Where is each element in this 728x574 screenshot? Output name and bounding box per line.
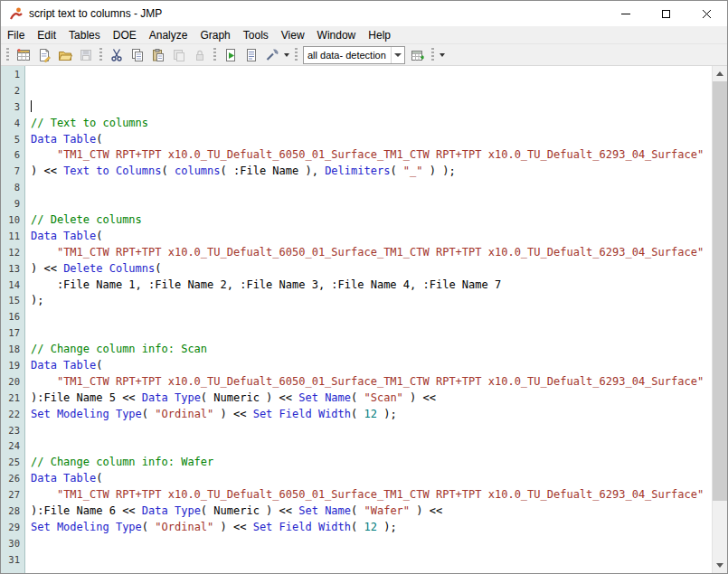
minimize-button[interactable] xyxy=(605,1,646,26)
code-line[interactable] xyxy=(31,180,712,196)
code-token: Data Table xyxy=(31,230,96,242)
code-token: Data Type xyxy=(142,391,201,404)
code-line[interactable] xyxy=(31,438,712,455)
code-token: Data Table xyxy=(31,472,96,485)
line-number: 2 xyxy=(1,83,24,99)
menu-edit[interactable]: Edit xyxy=(31,26,62,43)
code-token: "_" xyxy=(403,165,423,177)
menu-window[interactable]: Window xyxy=(311,26,363,43)
data-table-button[interactable] xyxy=(408,45,427,64)
vertical-scrollbar[interactable] xyxy=(712,66,727,573)
customize-tools-button[interactable] xyxy=(262,45,281,64)
code-line[interactable] xyxy=(31,83,712,99)
code-line[interactable]: "TM1_CTW RPT+TPT x10.0_TU_Defualt_6050_0… xyxy=(31,374,712,391)
code-line[interactable]: Data Table( xyxy=(31,471,712,487)
paste-special-button[interactable] xyxy=(169,45,188,64)
code-token: "TM1_CTW RPT+TPT x10.0_TU_Defualt_6050_0… xyxy=(57,488,704,501)
run-script-button[interactable] xyxy=(221,45,240,64)
code-line[interactable]: Data Table( xyxy=(31,132,712,148)
code-line[interactable]: ) << Text to Columns( columns( :File Nam… xyxy=(31,164,712,180)
code-line[interactable]: ); xyxy=(31,293,712,309)
line-number: 30 xyxy=(1,536,24,552)
toolbar-overflow-chevron-icon[interactable] xyxy=(440,53,445,57)
code-line[interactable]: // Change column info: Wafer xyxy=(31,455,712,471)
copy-button[interactable] xyxy=(128,45,147,64)
code-token: 12 xyxy=(364,408,377,420)
menu-view[interactable]: View xyxy=(275,26,311,43)
scroll-down-button[interactable] xyxy=(713,558,727,573)
code-line[interactable] xyxy=(31,196,712,212)
scrollbar-thumb[interactable] xyxy=(713,81,727,501)
line-number: 4 xyxy=(1,116,24,132)
code-line[interactable] xyxy=(31,325,712,342)
data-filter-dropdown[interactable]: all data- detection xyxy=(303,46,405,64)
chevron-down-icon[interactable] xyxy=(284,53,289,57)
open-button[interactable] xyxy=(55,45,74,64)
code-line[interactable]: "TM1_CTW RPT+TPT x10.0_TU_Defualt_6050_0… xyxy=(31,147,712,164)
toolbar-drag-handle[interactable] xyxy=(99,48,102,62)
arrow-down-icon xyxy=(716,563,723,568)
line-number: 22 xyxy=(1,407,24,423)
toolbar-drag-handle[interactable] xyxy=(431,48,434,62)
paste-button[interactable] xyxy=(148,45,167,64)
code-line[interactable] xyxy=(31,309,712,325)
code-token xyxy=(31,148,57,161)
new-script-button[interactable] xyxy=(34,45,53,64)
line-number: 8 xyxy=(1,180,24,196)
code-token: ):File Name 6 << xyxy=(31,504,142,517)
code-line[interactable] xyxy=(31,536,712,552)
code-line[interactable]: "TM1_CTW RPT+TPT x10.0_TU_Defualt_6050_0… xyxy=(31,487,712,503)
new-data-table-button[interactable] xyxy=(14,45,33,64)
code-line[interactable]: Set Modeling Type( "Ordinal" ) << Set Fi… xyxy=(31,520,712,536)
dropdown-arrow-button[interactable] xyxy=(391,47,404,63)
line-number: 29 xyxy=(1,520,24,536)
code-token: Data Type xyxy=(142,504,201,517)
code-token: Set Modeling Type xyxy=(31,408,142,420)
code-line[interactable] xyxy=(31,99,712,116)
code-line[interactable]: "TM1_CTW RPT+TPT x10.0_TU_Defualt_6050_0… xyxy=(31,245,712,261)
line-number: 18 xyxy=(1,342,24,358)
menu-help[interactable]: Help xyxy=(362,26,397,43)
code-line[interactable] xyxy=(31,552,712,569)
code-line[interactable]: :File Name 1, :File Name 2, :File Name 3… xyxy=(31,278,712,294)
window-title: script text to columns - JMP xyxy=(29,7,162,20)
line-number: 27 xyxy=(1,487,24,503)
menu-tables[interactable]: Tables xyxy=(62,26,107,43)
code-line[interactable]: ):File Name 5 << Data Type( Numeric ) <<… xyxy=(31,391,712,407)
code-line[interactable]: ):File Name 6 << Data Type( Numeric ) <<… xyxy=(31,503,712,520)
line-number: 5 xyxy=(1,132,24,148)
code-line[interactable]: // Change column info: Scan xyxy=(31,342,712,358)
code-line[interactable] xyxy=(31,67,712,83)
code-token xyxy=(31,488,57,501)
code-line[interactable]: // Text to columns xyxy=(31,116,712,132)
code-token: ( xyxy=(96,472,102,485)
menu-tools[interactable]: Tools xyxy=(237,26,275,43)
toolbar-drag-handle[interactable] xyxy=(213,48,216,62)
show-log-button[interactable] xyxy=(241,45,260,64)
menu-file[interactable]: File xyxy=(1,26,31,43)
line-number: 31 xyxy=(1,552,24,569)
toolbar: all data- detection xyxy=(1,44,727,66)
code-token: "Scan" xyxy=(364,391,402,404)
maximize-button[interactable] xyxy=(646,1,686,26)
menu-graph[interactable]: Graph xyxy=(194,26,236,43)
code-area[interactable]: // Text to columnsData Table( "TM1_CTW R… xyxy=(25,66,712,573)
close-button[interactable] xyxy=(686,1,727,26)
cut-button[interactable] xyxy=(107,45,126,64)
scrollbar-track[interactable] xyxy=(713,81,727,558)
lock-button[interactable] xyxy=(190,45,209,64)
jmp-app-icon[interactable] xyxy=(9,6,24,21)
toolbar-drag-handle[interactable] xyxy=(6,48,9,62)
toolbar-drag-handle[interactable] xyxy=(295,48,298,62)
code-token: "Ordinal" xyxy=(155,521,213,533)
code-line[interactable]: ) << Delete Columns( xyxy=(31,261,712,278)
code-line[interactable] xyxy=(31,423,712,439)
code-line[interactable]: Set Modeling Type( "Ordinal" ) << Set Fi… xyxy=(31,407,712,423)
menu-analyze[interactable]: Analyze xyxy=(143,26,194,43)
code-line[interactable]: Data Table( xyxy=(31,358,712,374)
menu-doe[interactable]: DOE xyxy=(107,26,143,43)
scroll-up-button[interactable] xyxy=(713,66,727,81)
save-button[interactable] xyxy=(76,45,95,64)
code-line[interactable]: Data Table( xyxy=(31,229,712,245)
code-line[interactable]: // Delete columns xyxy=(31,212,712,229)
